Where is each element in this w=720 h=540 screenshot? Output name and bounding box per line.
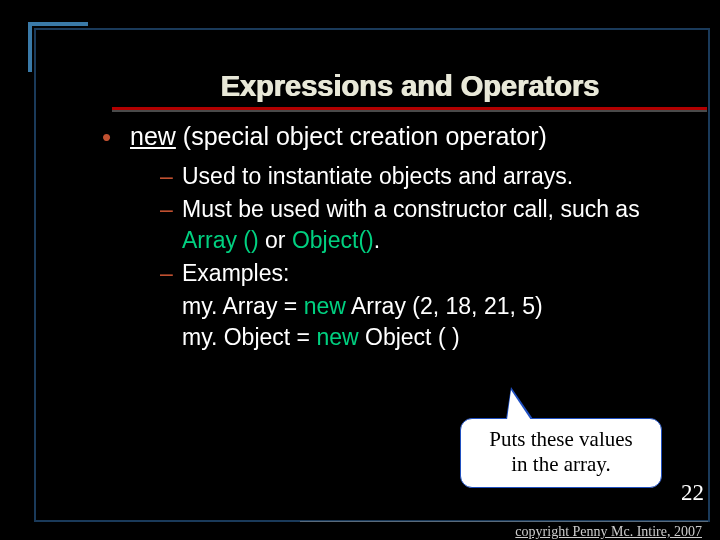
- callout-bubble: Puts these values in the array.: [460, 418, 662, 488]
- slide-title: Expressions and Operators: [112, 30, 707, 107]
- keyword-new-inline: new: [316, 324, 358, 350]
- keyword-new: new: [130, 122, 176, 150]
- sub-bullet-3: Examples:: [160, 258, 678, 289]
- content-area: new (special object creation operator) U…: [36, 110, 708, 353]
- sub-bullet-list: Used to instantiate objects and arrays. …: [92, 161, 678, 353]
- sub-bullet-2: Must be used with a constructor call, su…: [160, 194, 678, 256]
- code-object: Object(): [292, 227, 374, 253]
- keyword-new-inline: new: [304, 293, 346, 319]
- page-number: 22: [681, 480, 704, 506]
- code-array: Array (): [182, 227, 259, 253]
- bullet-text: (special object creation operator): [176, 122, 547, 150]
- bullet-level-1: new (special object creation operator): [92, 122, 678, 151]
- example-line-1: my. Array = new Array (2, 18, 21, 5): [160, 291, 678, 322]
- callout-line-1: Puts these values: [489, 427, 632, 451]
- sub-bullet-1: Used to instantiate objects and arrays.: [160, 161, 678, 192]
- callout-line-2: in the array.: [511, 452, 611, 476]
- copyright-text: copyright Penny Mc. Intire, 2007: [515, 524, 702, 540]
- example-line-2: my. Object = new Object ( ): [160, 322, 678, 353]
- callout-tail: [507, 390, 531, 420]
- footer-divider: [300, 521, 708, 522]
